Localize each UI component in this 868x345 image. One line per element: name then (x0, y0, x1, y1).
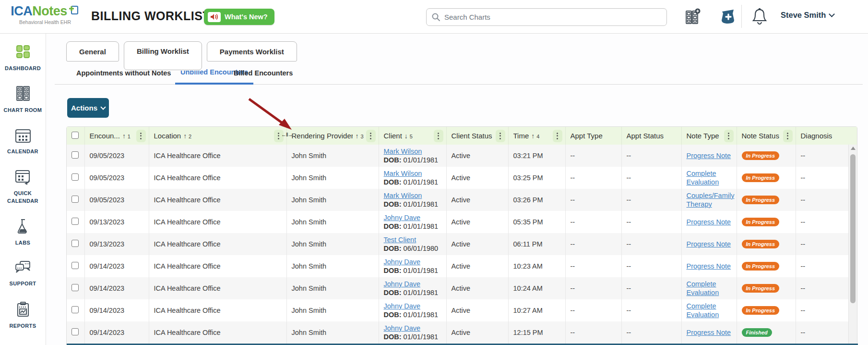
appt-status-cell: -- (621, 299, 681, 321)
logo-text-notes: Notes (32, 4, 67, 19)
row-checkbox[interactable] (71, 218, 79, 225)
column-resize-cursor[interactable]: ←‖→ (281, 132, 293, 137)
add-chart-cabinet-icon[interactable] (685, 8, 701, 27)
client-link[interactable]: Johny Dave (384, 280, 421, 288)
search-input[interactable] (444, 13, 662, 21)
sidebar-nav: DASHBOARD CHART ROOM CALENDAR QUICK CALE… (0, 34, 46, 345)
note-status-badge: In Progress (742, 151, 780, 160)
sidebar-item-quick-calendar[interactable]: QUICK CALENDAR (1, 168, 45, 205)
note-type-link[interactable]: Complete Evaluation (687, 280, 719, 296)
location-cell: ICA Healthcare Office (149, 233, 286, 255)
time-cell: 03:21 PM (508, 145, 565, 167)
row-checkbox[interactable] (71, 284, 79, 291)
tab-billing-worklist[interactable]: Billing Worklist (124, 41, 202, 70)
row-checkbox[interactable] (71, 262, 79, 269)
encounter-date-cell: 09/13/2023 (84, 233, 149, 255)
note-type-link[interactable]: Progress Note (687, 240, 731, 248)
note-type-link[interactable]: Complete Evaluation (687, 170, 719, 186)
scrollbar-thumb[interactable] (850, 154, 856, 303)
sidebar-item-chart-room[interactable]: CHART ROOM (1, 85, 45, 114)
column-menu-icon[interactable] (553, 130, 562, 142)
column-menu-icon[interactable] (434, 130, 443, 142)
column-label: Client Status (452, 132, 492, 140)
sidebar-item-label: SUPPORT (10, 280, 36, 287)
notifications-bell-icon[interactable] (751, 8, 768, 28)
table-row: 09/14/2023ICA Healthcare OfficeJohn Smit… (67, 299, 849, 321)
scrollbar-up-arrow-icon[interactable] (851, 147, 856, 150)
row-checkbox[interactable] (71, 328, 79, 335)
column-header-appt-type[interactable]: Appt Type (565, 127, 621, 145)
whats-new-label: What's New? (225, 13, 268, 21)
time-cell: 10:23 AM (508, 255, 565, 277)
client-link[interactable]: Johny Dave (384, 214, 421, 222)
select-all-checkbox[interactable] (71, 132, 79, 139)
note-type-link[interactable]: Progress Note (687, 152, 731, 160)
row-checkbox[interactable] (71, 240, 79, 247)
note-type-link[interactable]: Complete Evaluation (687, 302, 719, 319)
client-link[interactable]: Test Client (384, 236, 416, 244)
column-header-appt-status[interactable]: Appt Status (621, 127, 681, 145)
chevron-down-icon (100, 104, 106, 110)
column-menu-icon[interactable] (366, 130, 376, 142)
sidebar-item-reports[interactable]: REPORTS (1, 301, 45, 330)
column-menu-icon[interactable] (496, 130, 505, 142)
sidebar-item-support[interactable]: SUPPORT (1, 259, 45, 287)
row-checkbox[interactable] (71, 173, 79, 181)
user-menu[interactable]: Steve Smith (781, 11, 834, 20)
sidebar-item-calendar[interactable]: CALENDAR (1, 127, 45, 155)
appt-status-cell: -- (621, 255, 681, 277)
row-checkbox[interactable] (71, 306, 79, 313)
actions-button[interactable]: Actions (67, 98, 109, 118)
column-menu-icon[interactable] (136, 130, 146, 142)
column-header-diagnosis[interactable]: Diagnosis (796, 127, 849, 145)
sidebar-item-dashboard[interactable]: DASHBOARD (1, 44, 45, 72)
sidebar-item-labs[interactable]: LABS (1, 218, 45, 246)
table-row: 09/13/2023ICA Healthcare OfficeJohn Smit… (67, 233, 849, 255)
column-header-time[interactable]: Time↑ 4 (508, 127, 565, 145)
client-link[interactable]: Johny Dave (384, 258, 421, 266)
table-row: 09/05/2023ICA Healthcare OfficeJohn Smit… (67, 189, 849, 211)
topbar-divider (741, 5, 742, 28)
client-link[interactable]: Johny Dave (384, 324, 421, 332)
column-header-client-status[interactable]: Client Status (446, 127, 508, 145)
column-menu-icon[interactable] (783, 130, 793, 142)
note-type-cell: Complete Evaluation (681, 277, 737, 299)
client-link[interactable]: Mark Wilson (384, 192, 422, 199)
table-scrollbar[interactable] (848, 145, 857, 344)
client-link[interactable]: Mark Wilson (384, 148, 422, 155)
diagnosis-cell: -- (796, 145, 849, 167)
column-header-rendering-provider[interactable]: Rendering Provider↑ 3 (286, 127, 379, 145)
pharmacy-mortar-icon[interactable] (719, 8, 737, 28)
location-cell: ICA Healthcare Office (149, 211, 286, 233)
tab-payments-worklist[interactable]: Payments Worklist (207, 41, 297, 62)
client-link[interactable]: Mark Wilson (384, 170, 422, 177)
table-row: 09/05/2023ICA Healthcare OfficeJohn Smit… (67, 167, 849, 189)
client-cell: Johny DaveDOB: 01/01/1981 (379, 211, 446, 233)
note-type-link[interactable]: Progress Note (687, 262, 731, 270)
sort-indicator: ↑ 3 (355, 132, 363, 140)
client-dob: DOB: 01/01/1981 (384, 289, 443, 296)
row-checkbox[interactable] (71, 196, 79, 203)
column-header-location[interactable]: Location↑ 2←‖→ (149, 127, 286, 145)
column-header-note-status[interactable]: Note Status (737, 127, 796, 145)
note-type-link[interactable]: Couples/Family Therapy (687, 192, 735, 208)
sidebar-item-label: REPORTS (10, 322, 36, 330)
client-link[interactable]: Johny Dave (384, 302, 421, 310)
row-checkbox[interactable] (71, 151, 79, 159)
client-cell: Johny DaveDOB: 01/01/1981 (379, 321, 446, 344)
sort-indicator: ↑ 2 (183, 132, 191, 140)
note-type-link[interactable]: Progress Note (687, 329, 731, 336)
column-header-encoun[interactable]: Encoun...↑ 1 (84, 127, 149, 145)
column-header-client[interactable]: Client↓ 5 (379, 127, 446, 145)
rendering-provider-cell: John Smith (286, 145, 379, 167)
whats-new-button[interactable]: What's New? (204, 9, 274, 25)
note-status-cell: In Progress (737, 189, 796, 211)
note-type-link[interactable]: Progress Note (687, 218, 731, 226)
column-header-note-type[interactable]: Note Type (681, 127, 737, 145)
column-label: Diagnosis (801, 132, 832, 140)
tab-general[interactable]: General (66, 41, 119, 62)
client-dob: DOB: 01/01/1981 (384, 222, 443, 230)
logo-tagline: Behavioral Health EHR (12, 19, 79, 25)
column-menu-icon[interactable] (724, 130, 734, 142)
client-dob: DOB: 01/01/1981 (384, 311, 443, 319)
